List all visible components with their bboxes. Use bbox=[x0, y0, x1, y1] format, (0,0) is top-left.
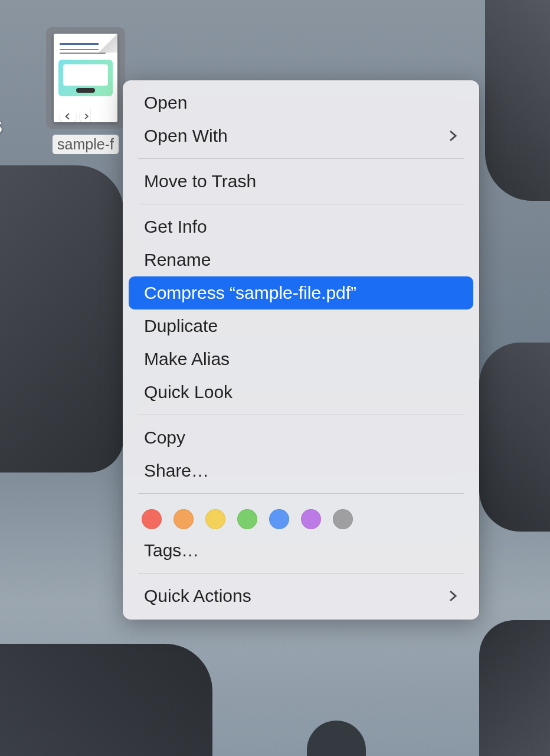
menu-tags[interactable]: Tags… bbox=[129, 534, 473, 567]
tag-orange[interactable] bbox=[173, 509, 194, 529]
menu-label: Tags… bbox=[144, 540, 199, 561]
menu-open-with[interactable]: Open With bbox=[129, 119, 473, 152]
menu-copy[interactable]: Copy bbox=[129, 421, 473, 454]
tag-blue[interactable] bbox=[269, 509, 289, 529]
wallpaper-rock bbox=[307, 721, 366, 756]
menu-quick-look[interactable]: Quick Look bbox=[129, 376, 473, 409]
menu-label: Rename bbox=[144, 250, 211, 270]
back-arrow-icon bbox=[60, 108, 76, 122]
thumb-detail bbox=[58, 60, 113, 96]
wallpaper-rock bbox=[0, 165, 124, 472]
tag-red[interactable] bbox=[142, 509, 162, 529]
menu-separator bbox=[138, 415, 464, 415]
menu-compress[interactable]: Compress “sample-file.pdf” bbox=[129, 276, 473, 309]
tag-purple[interactable] bbox=[301, 509, 321, 529]
menu-open[interactable]: Open bbox=[129, 86, 473, 119]
file-label[interactable]: sample-f bbox=[53, 135, 119, 154]
menu-label: Move to Trash bbox=[144, 171, 256, 191]
menu-duplicate[interactable]: Duplicate bbox=[129, 309, 473, 343]
wallpaper-rock bbox=[479, 343, 550, 532]
file-thumbnail bbox=[54, 34, 117, 122]
tag-color-row bbox=[123, 500, 479, 534]
menu-quick-actions[interactable]: Quick Actions bbox=[129, 579, 473, 612]
menu-label: Quick Actions bbox=[144, 586, 251, 606]
menu-move-to-trash[interactable]: Move to Trash bbox=[129, 165, 473, 198]
menu-separator bbox=[138, 204, 464, 204]
tag-green[interactable] bbox=[237, 509, 257, 529]
wallpaper-rock bbox=[479, 620, 550, 756]
menu-label: Open With bbox=[144, 126, 228, 146]
menu-label: Make Alias bbox=[144, 349, 230, 369]
cropped-text: s bbox=[0, 113, 2, 138]
menu-label: Open bbox=[144, 93, 187, 113]
tag-yellow[interactable] bbox=[205, 509, 225, 529]
context-menu: Open Open With Move to Trash Get Info Re… bbox=[123, 80, 479, 620]
menu-share[interactable]: Share… bbox=[129, 454, 473, 487]
wallpaper-rock bbox=[0, 644, 212, 756]
menu-make-alias[interactable]: Make Alias bbox=[129, 343, 473, 376]
thumb-detail bbox=[60, 53, 106, 54]
menu-label: Copy bbox=[144, 428, 185, 448]
quicklook-nav bbox=[60, 108, 90, 122]
chevron-right-icon bbox=[448, 129, 458, 143]
menu-separator bbox=[138, 493, 464, 494]
wallpaper-rock bbox=[485, 0, 550, 201]
selection-background bbox=[46, 27, 125, 129]
forward-arrow-icon bbox=[80, 108, 90, 122]
menu-label: Compress “sample-file.pdf” bbox=[144, 283, 356, 303]
tag-gray[interactable] bbox=[333, 509, 353, 529]
menu-label: Quick Look bbox=[144, 382, 233, 402]
menu-label: Share… bbox=[144, 461, 209, 481]
menu-separator bbox=[138, 158, 464, 159]
desktop-file-pdf[interactable]: sample-f bbox=[46, 27, 125, 154]
chevron-right-icon bbox=[448, 589, 458, 603]
menu-label: Get Info bbox=[144, 217, 207, 237]
menu-separator bbox=[138, 573, 464, 573]
menu-label: Duplicate bbox=[144, 316, 218, 336]
menu-get-info[interactable]: Get Info bbox=[129, 210, 473, 243]
page-fold-icon bbox=[99, 34, 117, 53]
thumb-detail bbox=[60, 43, 101, 45]
menu-rename[interactable]: Rename bbox=[129, 243, 473, 276]
